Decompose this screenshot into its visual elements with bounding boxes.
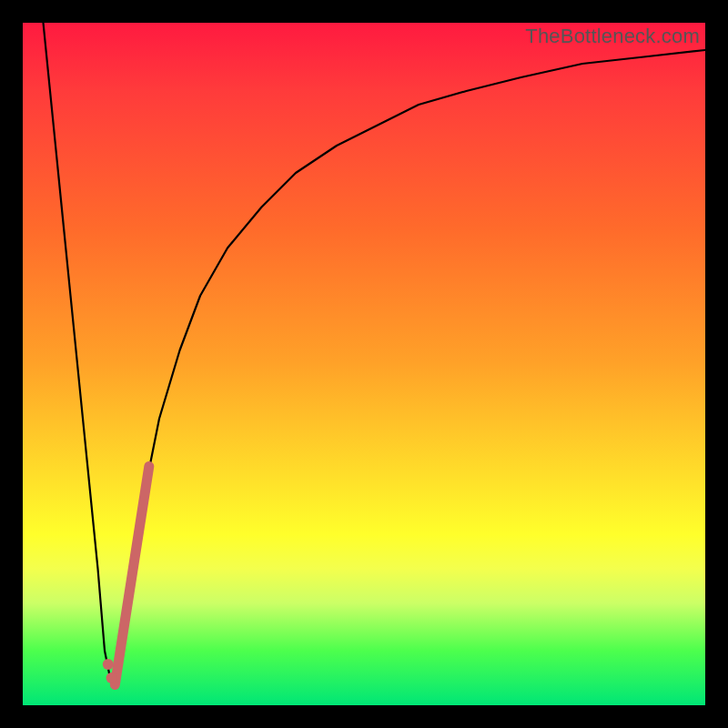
black-curve bbox=[44, 23, 706, 685]
chart-frame: TheBottleneck.com bbox=[0, 0, 728, 728]
pink-marker-b bbox=[103, 659, 114, 670]
pink-marker-a bbox=[106, 672, 117, 683]
plot-area: TheBottleneck.com bbox=[23, 23, 705, 705]
pink-overlay-segment bbox=[115, 467, 149, 685]
chart-svg bbox=[23, 23, 705, 705]
